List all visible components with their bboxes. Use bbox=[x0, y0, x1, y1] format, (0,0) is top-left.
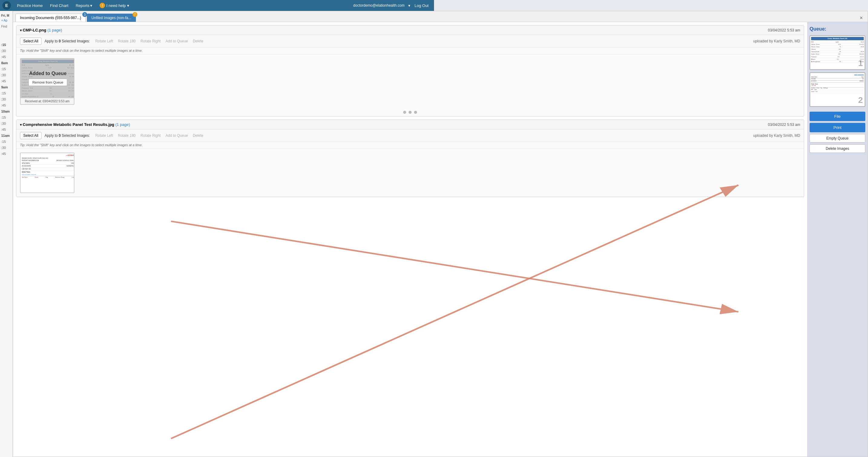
rotate-right-btn-2[interactable]: Rotate Right bbox=[139, 133, 162, 138]
incoming-docs-badge: 3 bbox=[82, 12, 87, 17]
doc-title-2: ▾ Comprehensive Metabolic Panel Test Res… bbox=[20, 122, 130, 127]
apply-label-1: Apply to 0 Selected Images: bbox=[44, 39, 90, 43]
time-9am: 9am bbox=[0, 84, 12, 90]
doc-image-caption-1: Received at: 03/04/2022 5:53 am bbox=[21, 98, 74, 104]
apply-label-2: Apply to 0 Selected Images: bbox=[44, 133, 90, 138]
doc-collapse-icon-2[interactable]: ▾ bbox=[20, 123, 23, 126]
doc-header-2: ▾ Comprehensive Metabolic Panel Test Res… bbox=[17, 120, 434, 129]
time-fri: Fri, M bbox=[0, 11, 12, 17]
time-830b: :30 bbox=[0, 71, 12, 78]
doc-actions-2: Rotate Left Rotate 180 Rotate Right Add … bbox=[94, 133, 205, 138]
app-logo: E bbox=[2, 1, 11, 10]
help-icon: ! bbox=[100, 3, 105, 8]
user-email[interactable]: doctordemo@elationhealth.com bbox=[351, 2, 407, 9]
time-915: :15 bbox=[0, 90, 12, 96]
time-930: :30 bbox=[0, 96, 12, 102]
delete-btn-1[interactable]: Delete bbox=[192, 38, 205, 44]
tab-bar: Incoming Documents (555-555-987...) 3 Un… bbox=[13, 11, 434, 22]
time-8am: 8am bbox=[0, 59, 12, 65]
doc-header-1: ▾ CMP-LC.png (1 page) 03/04/2022 5:53 am bbox=[17, 25, 434, 35]
chevron-down-icon-user: ▾ bbox=[408, 3, 410, 8]
doc-images-1: Comp. Metabolic Panel (14) BUNmg/dL95 - … bbox=[17, 55, 434, 108]
main-area: Incoming Documents (555-555-987...) 3 Un… bbox=[13, 11, 434, 228]
doc-images-2: ▪▪ ACCESA Sample results. Actual results… bbox=[17, 149, 434, 197]
nav-user-area: doctordemo@elationhealth.com ▾ Log Out bbox=[351, 2, 432, 9]
tab-unfiled-images[interactable]: Unfiled Images (non-fa... 7 bbox=[87, 13, 135, 22]
time-find: Find bbox=[0, 23, 12, 29]
nav-i-need-help[interactable]: ! I need help ▾ bbox=[97, 1, 132, 9]
doc-toolbar-1: Select All Apply to 0 Selected Images: R… bbox=[17, 35, 434, 48]
delete-btn-2[interactable]: Delete bbox=[192, 133, 205, 138]
doc-tip-2: Tip: Hold the "Shift" key and click on t… bbox=[17, 142, 434, 149]
select-all-button-2[interactable]: Select All bbox=[20, 132, 41, 139]
time-845: :45 bbox=[0, 53, 12, 59]
added-to-queue-overlay: Added to Queue Remove from Queue bbox=[21, 59, 74, 98]
doc-image-2[interactable]: ▪▪ ACCESA Sample results. Actual results… bbox=[20, 153, 74, 193]
doc-collapse-icon-1[interactable]: ▾ bbox=[20, 28, 23, 32]
time-845b: :45 bbox=[0, 78, 12, 84]
added-to-queue-text: Added to Queue bbox=[29, 71, 67, 76]
time-945: :45 bbox=[0, 102, 12, 108]
time-1115: :15 bbox=[0, 138, 12, 144]
top-navigation: E Practice Home Find Chart Reports ▾ ! I… bbox=[0, 0, 434, 11]
chevron-down-icon: ▾ bbox=[90, 3, 92, 8]
time-830: :30 bbox=[0, 47, 12, 53]
time-add-ap[interactable]: + Ap bbox=[0, 17, 12, 23]
chevron-down-icon-help: ▾ bbox=[127, 3, 129, 8]
time-1045: :45 bbox=[0, 126, 12, 132]
time-1130: :30 bbox=[0, 144, 12, 150]
doc-image-thumb-2: ▪▪ ACCESA Sample results. Actual results… bbox=[21, 153, 74, 192]
document-section-2: ▾ Comprehensive Metabolic Panel Test Res… bbox=[16, 120, 434, 197]
nav-reports[interactable]: Reports ▾ bbox=[73, 2, 96, 9]
rotate-180-btn-2[interactable]: Rotate 180 bbox=[117, 133, 137, 138]
logout-button[interactable]: Log Out bbox=[412, 2, 432, 9]
time-815b: :15 bbox=[0, 65, 12, 71]
rotate-180-btn-1[interactable]: Rotate 180 bbox=[117, 38, 137, 44]
time-1015: :15 bbox=[0, 114, 12, 120]
unfiled-images-badge: 7 bbox=[132, 12, 137, 17]
time-11am: 11am bbox=[0, 132, 12, 138]
documents-list: ▾ CMP-LC.png (1 page) 03/04/2022 5:53 am… bbox=[13, 22, 434, 228]
remove-from-queue-button[interactable]: Remove from Queue bbox=[28, 79, 67, 86]
rotate-left-btn-2[interactable]: Rotate Left bbox=[94, 133, 115, 138]
add-to-queue-btn-2[interactable]: Add to Queue bbox=[164, 133, 189, 138]
select-all-button-1[interactable]: Select All bbox=[20, 37, 41, 45]
document-section-1: ▾ CMP-LC.png (1 page) 03/04/2022 5:53 am… bbox=[16, 25, 434, 117]
time-1030: :30 bbox=[0, 120, 12, 126]
add-to-queue-btn-1[interactable]: Add to Queue bbox=[164, 38, 189, 44]
tab-incoming-docs[interactable]: Incoming Documents (555-555-987...) 3 bbox=[16, 13, 86, 22]
rotate-left-btn-1[interactable]: Rotate Left bbox=[94, 38, 115, 44]
dot-1[interactable] bbox=[403, 111, 406, 114]
pagination-dots-1 bbox=[17, 108, 434, 116]
time-sidebar: Fri, M + Ap Find :15 :30 :45 8am :15 :30… bbox=[0, 11, 13, 228]
nav-find-chart[interactable]: Find Chart bbox=[47, 2, 71, 9]
doc-image-1[interactable]: Comp. Metabolic Panel (14) BUNmg/dL95 - … bbox=[20, 58, 74, 105]
rotate-right-btn-1[interactable]: Rotate Right bbox=[139, 38, 162, 44]
doc-page-info-1: (1 page) bbox=[48, 28, 62, 32]
nav-practice-home[interactable]: Practice Home bbox=[14, 2, 46, 9]
doc-toolbar-2: Select All Apply to 0 Selected Images: R… bbox=[17, 129, 434, 142]
doc-image-thumb-1: Comp. Metabolic Panel (14) BUNmg/dL95 - … bbox=[21, 59, 74, 98]
time-815: :15 bbox=[0, 41, 12, 47]
doc-actions-1: Rotate Left Rotate 180 Rotate Right Add … bbox=[94, 38, 205, 44]
doc-page-info-2: (1 page) bbox=[115, 122, 130, 127]
time-10am: 10am bbox=[0, 108, 12, 114]
doc-title-1: ▾ CMP-LC.png (1 page) bbox=[20, 28, 62, 32]
modal-container: Incoming Documents (555-555-987...) 3 Un… bbox=[13, 11, 434, 228]
dot-2[interactable] bbox=[409, 111, 412, 114]
dot-3[interactable] bbox=[414, 111, 417, 114]
time-1145: :45 bbox=[0, 150, 12, 156]
doc-tip-1: Tip: Hold the "Shift" key and click on t… bbox=[17, 48, 434, 55]
